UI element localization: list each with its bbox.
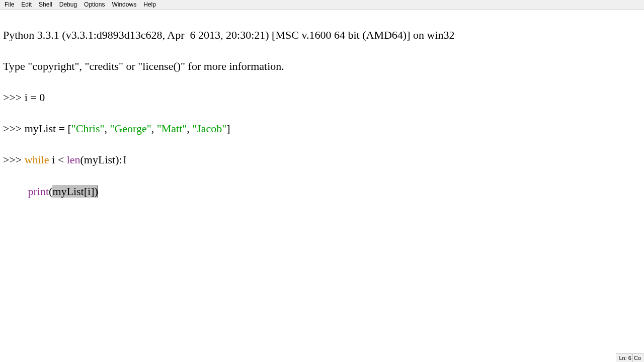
prompt: >>>: [3, 153, 25, 166]
status-line: Ln: 6: [618, 354, 632, 362]
menu-file[interactable]: File: [1, 0, 18, 9]
code-line-4: print(myList[i]): [3, 184, 641, 199]
status-bar: Ln: 6 Co: [616, 353, 644, 362]
banner-line-1: Python 3.3.1 (v3.3.1:d9893d13c628, Apr 6…: [3, 27, 641, 43]
code-text: ,: [151, 122, 157, 135]
code-text: ]: [226, 122, 230, 135]
string-literal: "Jacob": [192, 122, 226, 135]
menu-edit[interactable]: Edit: [18, 0, 35, 9]
menu-bar: File Edit Shell Debug Options Windows He…: [0, 0, 644, 10]
code-text: ,: [187, 122, 192, 135]
string-literal: "Matt": [157, 122, 187, 135]
banner-line-2: Type "copyright", "credits" or "license(…: [3, 58, 641, 74]
code-text: ,: [104, 122, 110, 135]
shell-text-area[interactable]: Python 3.3.1 (v3.3.1:d9893d13c628, Apr 6…: [0, 10, 644, 353]
keyword-while: while: [25, 153, 49, 166]
menu-options[interactable]: Options: [80, 0, 108, 9]
continuation-indent: [3, 185, 28, 198]
code-line-1: >>> i = 0: [3, 89, 641, 105]
code-line-2: >>> myList = ["Chris", "George", "Matt",…: [3, 121, 641, 136]
selected-text: myList[i]): [52, 185, 98, 198]
code-line-3: >>> while i < len(myList):: [3, 152, 641, 168]
menu-help[interactable]: Help: [140, 0, 159, 9]
status-col: Co: [632, 354, 642, 362]
string-literal: "Chris": [71, 122, 105, 135]
caret-icon: [98, 186, 98, 198]
prompt: >>>: [3, 91, 25, 104]
builtin-len: len: [67, 153, 80, 166]
text-cursor-icon: [122, 152, 123, 168]
code-text: i <: [49, 153, 67, 166]
menu-shell[interactable]: Shell: [35, 0, 56, 9]
prompt: >>>: [3, 122, 25, 135]
string-literal: "George": [110, 122, 151, 135]
code-text: i = 0: [25, 91, 45, 104]
menu-windows[interactable]: Windows: [108, 0, 140, 9]
code-text: myList = [: [25, 122, 71, 135]
code-text: (myList):: [80, 153, 122, 166]
builtin-print: print: [28, 185, 49, 198]
menu-debug[interactable]: Debug: [56, 0, 80, 9]
